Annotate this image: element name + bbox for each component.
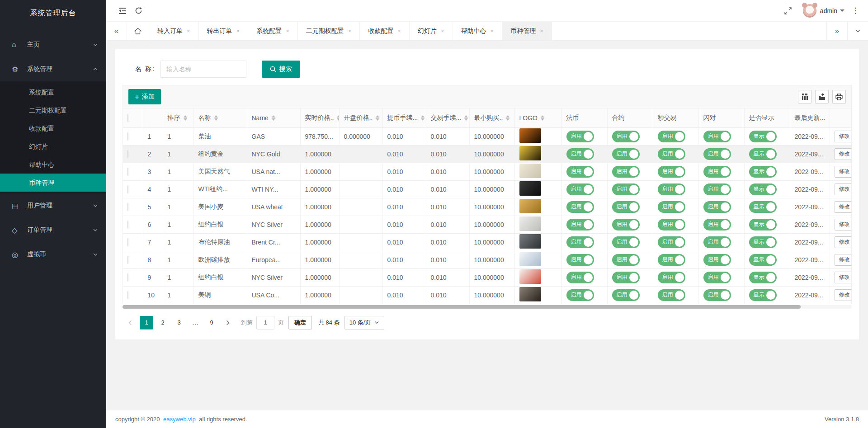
fiat-toggle[interactable]: 启用	[566, 236, 594, 248]
page-button-9[interactable]: 9	[205, 316, 218, 329]
sort-icon[interactable]	[376, 115, 379, 121]
flash_swap-toggle[interactable]: 启用	[703, 131, 731, 142]
contract-toggle[interactable]: 启用	[612, 131, 640, 142]
seconds_trade-toggle[interactable]: 启用	[658, 131, 685, 142]
is_visible-toggle[interactable]: 显示	[749, 131, 777, 142]
contract-toggle[interactable]: 启用	[612, 289, 640, 301]
sort-icon[interactable]	[464, 115, 468, 121]
prev-page-button[interactable]	[123, 316, 137, 329]
close-icon[interactable]: ×	[397, 28, 401, 34]
tab-transfer-out-orders[interactable]: 转出订单×	[199, 22, 249, 40]
row-checkbox[interactable]	[127, 185, 128, 193]
tabs-scroll-left-icon[interactable]: «	[106, 22, 127, 40]
close-icon[interactable]: ×	[236, 28, 240, 34]
add-button[interactable]: + 添加	[128, 89, 161, 104]
edit-button[interactable]: 修改	[835, 254, 852, 266]
tabs-scroll-right-icon[interactable]: »	[826, 22, 847, 40]
print-button[interactable]	[832, 90, 846, 103]
fiat-toggle[interactable]: 启用	[566, 148, 594, 160]
flash_swap-toggle[interactable]: 启用	[703, 254, 731, 266]
row-checkbox[interactable]	[127, 203, 128, 211]
user-dropdown-caret-icon[interactable]	[840, 9, 844, 12]
search-input[interactable]	[160, 61, 246, 78]
sidebar-subitem-coin-manage[interactable]: 币种管理	[0, 174, 106, 192]
copyright-link[interactable]: easyweb.vip	[163, 416, 196, 423]
search-button[interactable]: 搜索	[262, 61, 300, 78]
is_visible-toggle[interactable]: 显示	[749, 236, 777, 248]
is_visible-toggle[interactable]: 显示	[749, 272, 777, 283]
is_visible-toggle[interactable]: 显示	[749, 166, 777, 178]
sidebar-item-system-manage[interactable]: ⚙系统管理	[0, 57, 106, 81]
flash_swap-toggle[interactable]: 启用	[703, 289, 731, 301]
row-checkbox[interactable]	[127, 291, 128, 299]
next-page-button[interactable]	[221, 316, 235, 329]
flash_swap-toggle[interactable]: 启用	[703, 183, 731, 195]
row-checkbox[interactable]	[127, 256, 128, 264]
tab-slides[interactable]: 幻灯片×	[410, 22, 453, 40]
fiat-toggle[interactable]: 启用	[566, 166, 594, 178]
close-icon[interactable]: ×	[348, 28, 352, 34]
close-icon[interactable]: ×	[441, 28, 444, 34]
edit-button[interactable]: 修改	[835, 183, 852, 195]
edit-button[interactable]: 修改	[835, 236, 852, 248]
row-checkbox[interactable]	[127, 238, 128, 246]
sort-icon[interactable]	[184, 115, 187, 121]
seconds_trade-toggle[interactable]: 启用	[658, 166, 685, 178]
seconds_trade-toggle[interactable]: 启用	[658, 219, 685, 230]
row-checkbox[interactable]	[127, 273, 128, 282]
edit-button[interactable]: 修改	[835, 272, 852, 283]
flash_swap-toggle[interactable]: 启用	[703, 236, 731, 248]
sort-icon[interactable]	[272, 115, 275, 121]
page-button-1[interactable]: 1	[140, 316, 153, 329]
horizontal-scrollbar[interactable]	[123, 305, 852, 309]
fiat-toggle[interactable]: 启用	[566, 254, 594, 266]
sort-icon[interactable]	[421, 115, 425, 121]
tab-system-config[interactable]: 系统配置×	[248, 22, 298, 40]
row-checkbox[interactable]	[127, 150, 128, 158]
page-button-3[interactable]: 3	[172, 316, 186, 329]
seconds_trade-toggle[interactable]: 启用	[658, 254, 685, 266]
seconds_trade-toggle[interactable]: 启用	[658, 148, 685, 160]
tab-home[interactable]	[127, 22, 149, 40]
close-icon[interactable]: ×	[540, 28, 543, 34]
jump-page-input[interactable]	[256, 316, 274, 329]
sidebar-item-virtual-coin[interactable]: ◎虚拟币	[0, 242, 106, 267]
more-menu-icon[interactable]: ⋮	[851, 6, 860, 15]
row-checkbox[interactable]	[127, 168, 128, 176]
sidebar-item-order-manage[interactable]: ◇订单管理	[0, 218, 106, 242]
contract-toggle[interactable]: 启用	[612, 148, 640, 160]
fiat-toggle[interactable]: 启用	[566, 289, 594, 301]
tab-binary-option-config[interactable]: 二元期权配置×	[298, 22, 360, 40]
contract-toggle[interactable]: 启用	[612, 166, 640, 178]
seconds_trade-toggle[interactable]: 启用	[658, 272, 685, 283]
edit-button[interactable]: 修改	[835, 148, 852, 160]
tab-coin-manage[interactable]: 币种管理×	[502, 22, 552, 40]
page-size-select[interactable]: 10 条/页	[344, 316, 385, 329]
contract-toggle[interactable]: 启用	[612, 201, 640, 213]
filter-columns-button[interactable]	[798, 90, 811, 103]
contract-toggle[interactable]: 启用	[612, 236, 640, 248]
sort-icon[interactable]	[506, 115, 509, 121]
flash_swap-toggle[interactable]: 启用	[703, 272, 731, 283]
page-button-2[interactable]: 2	[156, 316, 170, 329]
user-name[interactable]: admin	[820, 7, 837, 14]
flash_swap-toggle[interactable]: 启用	[703, 201, 731, 213]
export-button[interactable]	[815, 90, 829, 103]
is_visible-toggle[interactable]: 显示	[749, 183, 777, 195]
sidebar-subitem-slides[interactable]: 幻灯片	[0, 137, 106, 155]
contract-toggle[interactable]: 启用	[612, 254, 640, 266]
fullscreen-icon[interactable]	[780, 3, 796, 19]
scrollbar-thumb[interactable]	[123, 305, 801, 309]
contract-toggle[interactable]: 启用	[612, 183, 640, 195]
tab-transfer-in-orders[interactable]: 转入订单×	[149, 22, 199, 40]
sidebar-subitem-system-config[interactable]: 系统配置	[0, 83, 106, 101]
is_visible-toggle[interactable]: 显示	[749, 201, 777, 213]
flash_swap-toggle[interactable]: 启用	[703, 219, 731, 230]
seconds_trade-toggle[interactable]: 启用	[658, 236, 685, 248]
tabs-menu-icon[interactable]	[847, 22, 868, 40]
contract-toggle[interactable]: 启用	[612, 219, 640, 230]
sidebar-item-user-manage[interactable]: ▤用户管理	[0, 193, 106, 218]
sidebar-subitem-help-center[interactable]: 帮助中心	[0, 155, 106, 174]
sort-icon[interactable]	[337, 115, 339, 121]
refresh-icon[interactable]	[131, 3, 146, 19]
